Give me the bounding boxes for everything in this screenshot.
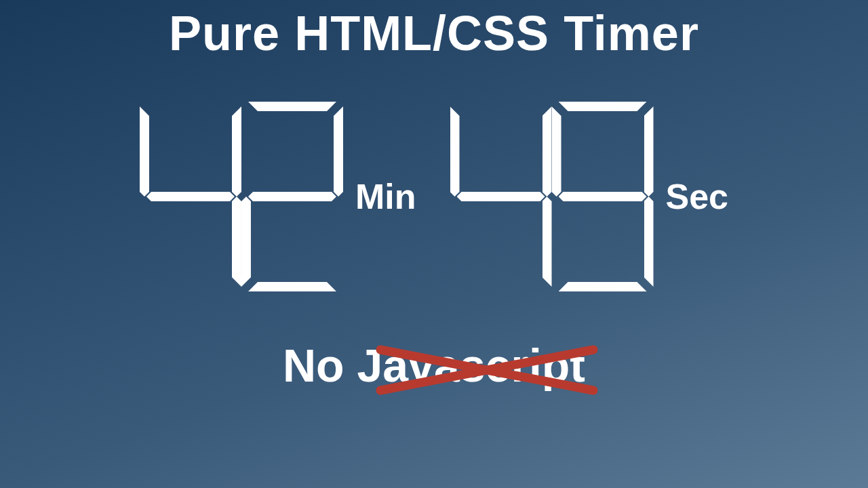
minutes-ones-digit <box>241 102 343 291</box>
minutes-group: Min <box>140 102 416 291</box>
minutes-tens-digit <box>140 102 241 291</box>
page-title: Pure HTML/CSS Timer <box>0 0 868 61</box>
minutes-label: Min <box>355 176 416 291</box>
seconds-label: Sec <box>666 176 729 291</box>
subtitle-container: No Javascript <box>283 339 585 392</box>
seconds-tens-digit <box>450 102 552 291</box>
minutes-digits <box>140 102 343 291</box>
seconds-ones-digit <box>552 102 654 291</box>
seconds-group: Sec <box>450 102 729 291</box>
seconds-digits <box>450 102 654 291</box>
subtitle-text: No Javascript <box>283 340 585 391</box>
timer-display: Min Sec <box>0 102 868 291</box>
